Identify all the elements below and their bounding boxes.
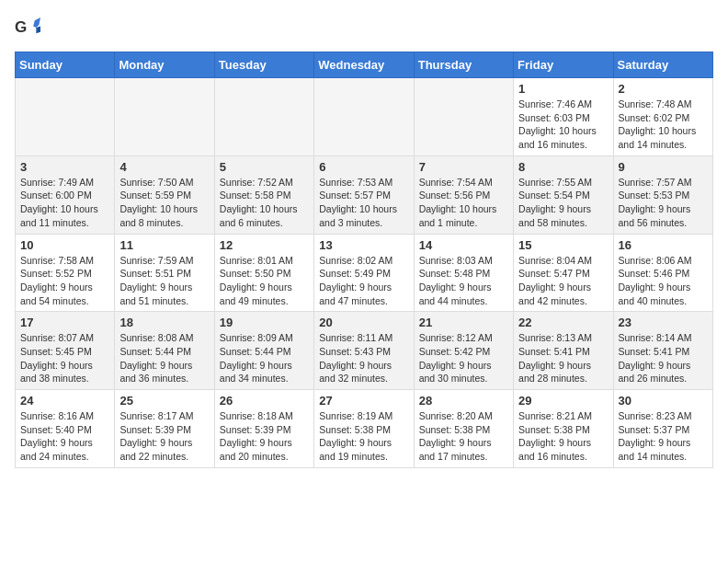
day-number: 7	[419, 160, 508, 174]
calendar-cell: 28Sunrise: 8:20 AM Sunset: 5:38 PM Dayli…	[414, 390, 513, 468]
weekday-header-row: SundayMondayTuesdayWednesdayThursdayFrid…	[16, 52, 713, 78]
day-number: 27	[319, 394, 408, 408]
day-number: 18	[119, 316, 209, 329]
day-number: 30	[619, 394, 708, 408]
day-info: Sunrise: 8:21 AM Sunset: 5:38 PM Dayligh…	[518, 409, 608, 464]
day-number: 16	[619, 238, 708, 252]
day-info: Sunrise: 7:59 AM Sunset: 5:51 PM Dayligh…	[119, 254, 209, 308]
day-number: 2	[619, 82, 708, 96]
calendar-cell: 1Sunrise: 7:46 AM Sunset: 6:03 PM Daylig…	[514, 78, 613, 156]
calendar-cell: 26Sunrise: 8:18 AM Sunset: 5:39 PM Dayli…	[214, 390, 313, 468]
day-info: Sunrise: 8:04 AM Sunset: 5:47 PM Dayligh…	[518, 254, 608, 308]
day-info: Sunrise: 8:20 AM Sunset: 5:38 PM Dayligh…	[419, 409, 508, 464]
day-info: Sunrise: 8:01 AM Sunset: 5:50 PM Dayligh…	[220, 254, 309, 308]
day-number: 21	[419, 316, 508, 329]
weekday-header-sunday: Sunday	[16, 52, 115, 78]
day-info: Sunrise: 7:46 AM Sunset: 6:03 PM Dayligh…	[518, 98, 608, 152]
calendar-week-1: 1Sunrise: 7:46 AM Sunset: 6:03 PM Daylig…	[16, 78, 713, 156]
calendar-cell: 9Sunrise: 7:57 AM Sunset: 5:53 PM Daylig…	[613, 155, 712, 234]
calendar-cell: 2Sunrise: 7:48 AM Sunset: 6:02 PM Daylig…	[613, 78, 712, 156]
day-info: Sunrise: 8:03 AM Sunset: 5:48 PM Dayligh…	[419, 254, 508, 308]
day-number: 15	[518, 238, 608, 252]
day-number: 8	[518, 160, 608, 174]
day-number: 9	[619, 160, 708, 174]
calendar-cell: 19Sunrise: 8:09 AM Sunset: 5:44 PM Dayli…	[214, 312, 313, 390]
svg-marker-1	[33, 17, 40, 28]
calendar-cell: 11Sunrise: 7:59 AM Sunset: 5:51 PM Dayli…	[115, 234, 214, 312]
day-number: 11	[119, 238, 209, 252]
day-info: Sunrise: 7:48 AM Sunset: 6:02 PM Dayligh…	[619, 98, 708, 152]
logo-icon: G	[15, 15, 40, 40]
day-number: 17	[20, 316, 109, 329]
calendar-cell	[314, 78, 414, 156]
day-number: 14	[419, 238, 508, 252]
day-number: 28	[419, 394, 508, 408]
calendar-cell: 24Sunrise: 8:16 AM Sunset: 5:40 PM Dayli…	[16, 390, 115, 468]
day-info: Sunrise: 7:53 AM Sunset: 5:57 PM Dayligh…	[319, 176, 408, 230]
page-header: G	[15, 15, 713, 40]
calendar-cell: 12Sunrise: 8:01 AM Sunset: 5:50 PM Dayli…	[214, 234, 313, 312]
day-number: 6	[319, 160, 408, 174]
day-info: Sunrise: 8:19 AM Sunset: 5:38 PM Dayligh…	[319, 409, 408, 464]
calendar-cell	[214, 78, 313, 156]
day-info: Sunrise: 8:18 AM Sunset: 5:39 PM Dayligh…	[220, 409, 309, 464]
day-number: 19	[220, 316, 309, 329]
day-info: Sunrise: 7:57 AM Sunset: 5:53 PM Dayligh…	[619, 176, 708, 230]
day-number: 29	[518, 394, 608, 408]
day-number: 23	[619, 316, 708, 329]
day-info: Sunrise: 8:13 AM Sunset: 5:41 PM Dayligh…	[518, 331, 608, 385]
calendar-cell: 17Sunrise: 8:07 AM Sunset: 5:45 PM Dayli…	[16, 312, 115, 390]
calendar-cell: 23Sunrise: 8:14 AM Sunset: 5:41 PM Dayli…	[613, 312, 712, 390]
calendar-cell: 7Sunrise: 7:54 AM Sunset: 5:56 PM Daylig…	[414, 155, 513, 234]
weekday-header-wednesday: Wednesday	[314, 52, 414, 78]
day-info: Sunrise: 7:52 AM Sunset: 5:58 PM Dayligh…	[220, 176, 309, 230]
day-number: 24	[20, 394, 109, 408]
calendar-cell	[115, 78, 214, 156]
calendar-week-5: 24Sunrise: 8:16 AM Sunset: 5:40 PM Dayli…	[16, 390, 713, 468]
day-number: 10	[20, 238, 109, 252]
calendar-cell: 10Sunrise: 7:58 AM Sunset: 5:52 PM Dayli…	[16, 234, 115, 312]
calendar-cell: 25Sunrise: 8:17 AM Sunset: 5:39 PM Dayli…	[115, 390, 214, 468]
weekday-header-friday: Friday	[514, 52, 613, 78]
day-info: Sunrise: 8:06 AM Sunset: 5:46 PM Dayligh…	[619, 254, 708, 308]
day-number: 12	[220, 238, 309, 252]
calendar-cell	[16, 78, 115, 156]
weekday-header-monday: Monday	[115, 52, 214, 78]
calendar-cell: 21Sunrise: 8:12 AM Sunset: 5:42 PM Dayli…	[414, 312, 513, 390]
calendar-cell: 22Sunrise: 8:13 AM Sunset: 5:41 PM Dayli…	[514, 312, 613, 390]
day-number: 20	[319, 316, 408, 329]
day-info: Sunrise: 8:12 AM Sunset: 5:42 PM Dayligh…	[419, 331, 508, 385]
day-info: Sunrise: 8:08 AM Sunset: 5:44 PM Dayligh…	[119, 331, 209, 385]
calendar-cell: 5Sunrise: 7:52 AM Sunset: 5:58 PM Daylig…	[214, 155, 313, 234]
day-info: Sunrise: 7:50 AM Sunset: 5:59 PM Dayligh…	[119, 176, 209, 230]
day-info: Sunrise: 7:54 AM Sunset: 5:56 PM Dayligh…	[419, 176, 508, 230]
calendar-week-3: 10Sunrise: 7:58 AM Sunset: 5:52 PM Dayli…	[16, 234, 713, 312]
day-info: Sunrise: 8:16 AM Sunset: 5:40 PM Dayligh…	[20, 409, 109, 464]
calendar-cell: 13Sunrise: 8:02 AM Sunset: 5:49 PM Dayli…	[314, 234, 414, 312]
day-info: Sunrise: 8:11 AM Sunset: 5:43 PM Dayligh…	[319, 331, 408, 385]
day-number: 1	[518, 82, 608, 96]
logo: G	[15, 15, 44, 40]
weekday-header-saturday: Saturday	[613, 52, 712, 78]
day-info: Sunrise: 8:23 AM Sunset: 5:37 PM Dayligh…	[619, 409, 708, 464]
weekday-header-thursday: Thursday	[414, 52, 513, 78]
calendar-cell: 14Sunrise: 8:03 AM Sunset: 5:48 PM Dayli…	[414, 234, 513, 312]
calendar-week-4: 17Sunrise: 8:07 AM Sunset: 5:45 PM Dayli…	[16, 312, 713, 390]
day-info: Sunrise: 7:58 AM Sunset: 5:52 PM Dayligh…	[20, 254, 109, 308]
calendar-cell: 4Sunrise: 7:50 AM Sunset: 5:59 PM Daylig…	[115, 155, 214, 234]
day-number: 26	[220, 394, 309, 408]
day-info: Sunrise: 8:17 AM Sunset: 5:39 PM Dayligh…	[119, 409, 209, 464]
day-info: Sunrise: 7:49 AM Sunset: 6:00 PM Dayligh…	[20, 176, 109, 230]
day-number: 4	[119, 160, 209, 174]
day-number: 22	[518, 316, 608, 329]
day-number: 3	[20, 160, 109, 174]
calendar-cell: 18Sunrise: 8:08 AM Sunset: 5:44 PM Dayli…	[115, 312, 214, 390]
calendar-cell: 3Sunrise: 7:49 AM Sunset: 6:00 PM Daylig…	[16, 155, 115, 234]
day-number: 25	[119, 394, 209, 408]
day-info: Sunrise: 8:14 AM Sunset: 5:41 PM Dayligh…	[619, 331, 708, 385]
day-info: Sunrise: 8:09 AM Sunset: 5:44 PM Dayligh…	[220, 331, 309, 385]
calendar-cell: 29Sunrise: 8:21 AM Sunset: 5:38 PM Dayli…	[514, 390, 613, 468]
calendar-cell: 27Sunrise: 8:19 AM Sunset: 5:38 PM Dayli…	[314, 390, 414, 468]
weekday-header-tuesday: Tuesday	[214, 52, 313, 78]
day-info: Sunrise: 8:02 AM Sunset: 5:49 PM Dayligh…	[319, 254, 408, 308]
